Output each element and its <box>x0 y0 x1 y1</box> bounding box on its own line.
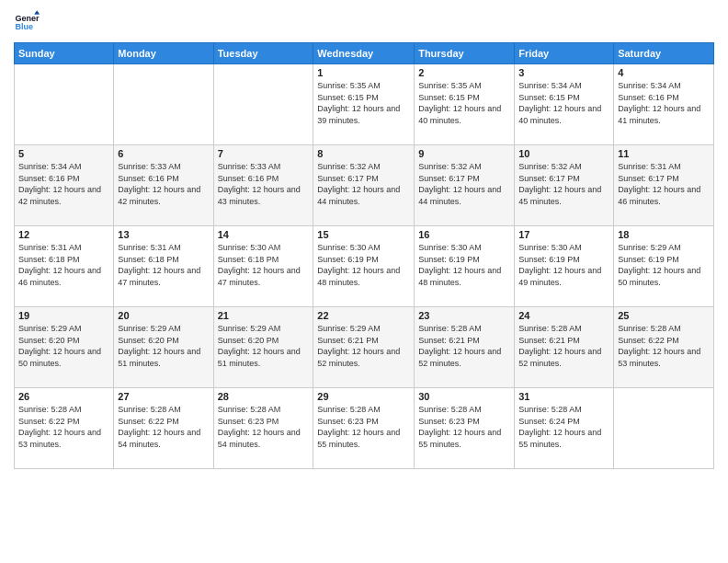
week-row-1: 1Sunrise: 5:35 AM Sunset: 6:15 PM Daylig… <box>15 64 714 145</box>
calendar-cell: 10Sunrise: 5:32 AM Sunset: 6:17 PM Dayli… <box>515 145 614 226</box>
calendar: SundayMondayTuesdayWednesdayThursdayFrid… <box>14 42 714 469</box>
day-info: Sunrise: 5:28 AM Sunset: 6:24 PM Dayligh… <box>518 404 609 450</box>
day-info: Sunrise: 5:31 AM Sunset: 6:18 PM Dayligh… <box>18 242 109 288</box>
calendar-cell <box>213 64 313 145</box>
day-number: 6 <box>118 148 209 159</box>
day-info: Sunrise: 5:28 AM Sunset: 6:22 PM Dayligh… <box>618 323 710 369</box>
week-row-3: 12Sunrise: 5:31 AM Sunset: 6:18 PM Dayli… <box>15 226 714 307</box>
day-info: Sunrise: 5:29 AM Sunset: 6:20 PM Dayligh… <box>18 323 109 369</box>
calendar-cell: 18Sunrise: 5:29 AM Sunset: 6:19 PM Dayli… <box>614 226 714 307</box>
day-number: 7 <box>218 148 310 159</box>
day-number: 25 <box>618 310 710 321</box>
calendar-cell: 8Sunrise: 5:32 AM Sunset: 6:17 PM Daylig… <box>313 145 415 226</box>
day-info: Sunrise: 5:33 AM Sunset: 6:16 PM Dayligh… <box>218 161 310 207</box>
day-info: Sunrise: 5:32 AM Sunset: 6:17 PM Dayligh… <box>317 161 410 207</box>
svg-text:General: General <box>15 14 40 23</box>
calendar-cell <box>15 64 114 145</box>
calendar-cell: 20Sunrise: 5:29 AM Sunset: 6:20 PM Dayli… <box>114 307 213 388</box>
weekday-header-wednesday: Wednesday <box>313 43 415 64</box>
calendar-cell: 3Sunrise: 5:34 AM Sunset: 6:15 PM Daylig… <box>515 64 614 145</box>
calendar-cell: 12Sunrise: 5:31 AM Sunset: 6:18 PM Dayli… <box>15 226 114 307</box>
weekday-header-friday: Friday <box>515 43 614 64</box>
weekday-header-row: SundayMondayTuesdayWednesdayThursdayFrid… <box>15 43 714 64</box>
page: General Blue SundayMondayTuesdayWednesda… <box>0 0 728 563</box>
day-number: 23 <box>418 310 510 321</box>
calendar-cell: 23Sunrise: 5:28 AM Sunset: 6:21 PM Dayli… <box>415 307 515 388</box>
week-row-4: 19Sunrise: 5:29 AM Sunset: 6:20 PM Dayli… <box>15 307 714 388</box>
weekday-header-monday: Monday <box>114 43 213 64</box>
calendar-cell: 21Sunrise: 5:29 AM Sunset: 6:20 PM Dayli… <box>213 307 313 388</box>
day-number: 27 <box>118 391 209 402</box>
day-info: Sunrise: 5:30 AM Sunset: 6:19 PM Dayligh… <box>518 242 609 288</box>
day-info: Sunrise: 5:33 AM Sunset: 6:16 PM Dayligh… <box>118 161 209 207</box>
day-number: 20 <box>118 310 209 321</box>
day-number: 17 <box>518 229 609 240</box>
calendar-cell: 15Sunrise: 5:30 AM Sunset: 6:19 PM Dayli… <box>313 226 415 307</box>
calendar-cell: 27Sunrise: 5:28 AM Sunset: 6:22 PM Dayli… <box>114 388 213 469</box>
day-info: Sunrise: 5:31 AM Sunset: 6:17 PM Dayligh… <box>618 161 710 207</box>
svg-text:Blue: Blue <box>15 22 33 31</box>
day-info: Sunrise: 5:29 AM Sunset: 6:20 PM Dayligh… <box>118 323 209 369</box>
day-number: 18 <box>618 229 710 240</box>
calendar-cell: 1Sunrise: 5:35 AM Sunset: 6:15 PM Daylig… <box>313 64 415 145</box>
day-info: Sunrise: 5:28 AM Sunset: 6:23 PM Dayligh… <box>418 404 510 450</box>
logo: General Blue <box>14 9 43 35</box>
calendar-cell: 31Sunrise: 5:28 AM Sunset: 6:24 PM Dayli… <box>515 388 614 469</box>
day-info: Sunrise: 5:32 AM Sunset: 6:17 PM Dayligh… <box>518 161 609 207</box>
weekday-header-saturday: Saturday <box>614 43 714 64</box>
calendar-cell: 17Sunrise: 5:30 AM Sunset: 6:19 PM Dayli… <box>515 226 614 307</box>
weekday-header-sunday: Sunday <box>15 43 114 64</box>
day-info: Sunrise: 5:28 AM Sunset: 6:22 PM Dayligh… <box>18 404 109 450</box>
day-number: 10 <box>518 148 609 159</box>
calendar-cell: 4Sunrise: 5:34 AM Sunset: 6:16 PM Daylig… <box>614 64 714 145</box>
day-info: Sunrise: 5:28 AM Sunset: 6:21 PM Dayligh… <box>418 323 510 369</box>
header: General Blue <box>14 9 714 35</box>
day-number: 5 <box>18 148 109 159</box>
day-number: 12 <box>18 229 109 240</box>
day-info: Sunrise: 5:30 AM Sunset: 6:19 PM Dayligh… <box>317 242 410 288</box>
day-number: 21 <box>218 310 310 321</box>
calendar-cell: 11Sunrise: 5:31 AM Sunset: 6:17 PM Dayli… <box>614 145 714 226</box>
week-row-2: 5Sunrise: 5:34 AM Sunset: 6:16 PM Daylig… <box>15 145 714 226</box>
week-row-5: 26Sunrise: 5:28 AM Sunset: 6:22 PM Dayli… <box>15 388 714 469</box>
calendar-cell: 13Sunrise: 5:31 AM Sunset: 6:18 PM Dayli… <box>114 226 213 307</box>
calendar-cell: 24Sunrise: 5:28 AM Sunset: 6:21 PM Dayli… <box>515 307 614 388</box>
logo-icon: General Blue <box>14 9 40 35</box>
day-number: 11 <box>618 148 710 159</box>
day-number: 8 <box>317 148 410 159</box>
day-number: 15 <box>317 229 410 240</box>
calendar-cell: 29Sunrise: 5:28 AM Sunset: 6:23 PM Dayli… <box>313 388 415 469</box>
day-info: Sunrise: 5:29 AM Sunset: 6:19 PM Dayligh… <box>618 242 710 288</box>
svg-marker-3 <box>34 10 40 14</box>
day-info: Sunrise: 5:28 AM Sunset: 6:23 PM Dayligh… <box>218 404 310 450</box>
day-number: 28 <box>218 391 310 402</box>
day-number: 2 <box>418 67 510 78</box>
day-number: 19 <box>18 310 109 321</box>
calendar-cell: 16Sunrise: 5:30 AM Sunset: 6:19 PM Dayli… <box>415 226 515 307</box>
calendar-cell: 14Sunrise: 5:30 AM Sunset: 6:18 PM Dayli… <box>213 226 313 307</box>
day-info: Sunrise: 5:30 AM Sunset: 6:19 PM Dayligh… <box>418 242 510 288</box>
day-number: 26 <box>18 391 109 402</box>
day-number: 16 <box>418 229 510 240</box>
day-number: 30 <box>418 391 510 402</box>
day-info: Sunrise: 5:32 AM Sunset: 6:17 PM Dayligh… <box>418 161 510 207</box>
calendar-cell: 19Sunrise: 5:29 AM Sunset: 6:20 PM Dayli… <box>15 307 114 388</box>
day-number: 31 <box>518 391 609 402</box>
day-number: 9 <box>418 148 510 159</box>
day-info: Sunrise: 5:28 AM Sunset: 6:22 PM Dayligh… <box>118 404 209 450</box>
day-number: 1 <box>317 67 410 78</box>
weekday-header-tuesday: Tuesday <box>213 43 313 64</box>
calendar-cell: 26Sunrise: 5:28 AM Sunset: 6:22 PM Dayli… <box>15 388 114 469</box>
calendar-cell: 5Sunrise: 5:34 AM Sunset: 6:16 PM Daylig… <box>15 145 114 226</box>
day-number: 22 <box>317 310 410 321</box>
calendar-cell: 22Sunrise: 5:29 AM Sunset: 6:21 PM Dayli… <box>313 307 415 388</box>
day-info: Sunrise: 5:35 AM Sunset: 6:15 PM Dayligh… <box>418 80 510 126</box>
weekday-header-thursday: Thursday <box>415 43 515 64</box>
calendar-cell: 2Sunrise: 5:35 AM Sunset: 6:15 PM Daylig… <box>415 64 515 145</box>
day-info: Sunrise: 5:34 AM Sunset: 6:15 PM Dayligh… <box>518 80 609 126</box>
day-info: Sunrise: 5:28 AM Sunset: 6:23 PM Dayligh… <box>317 404 410 450</box>
calendar-cell: 25Sunrise: 5:28 AM Sunset: 6:22 PM Dayli… <box>614 307 714 388</box>
calendar-cell: 7Sunrise: 5:33 AM Sunset: 6:16 PM Daylig… <box>213 145 313 226</box>
day-info: Sunrise: 5:31 AM Sunset: 6:18 PM Dayligh… <box>118 242 209 288</box>
day-number: 13 <box>118 229 209 240</box>
